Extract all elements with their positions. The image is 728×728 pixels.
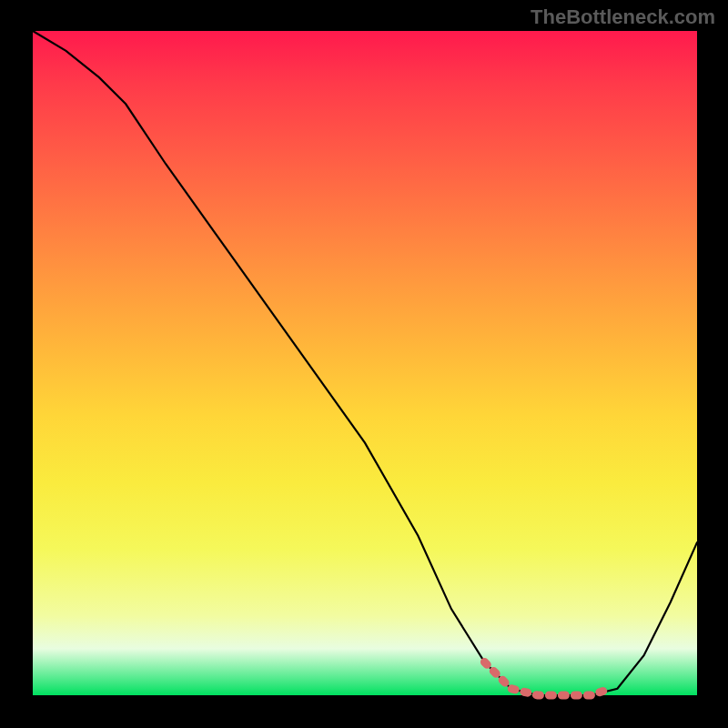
optimal-region-markers [484,662,611,696]
chart-svg [33,31,697,695]
plot-area [33,31,697,695]
bottleneck-curve [33,31,697,695]
watermark-text: TheBottleneck.com [531,5,715,29]
